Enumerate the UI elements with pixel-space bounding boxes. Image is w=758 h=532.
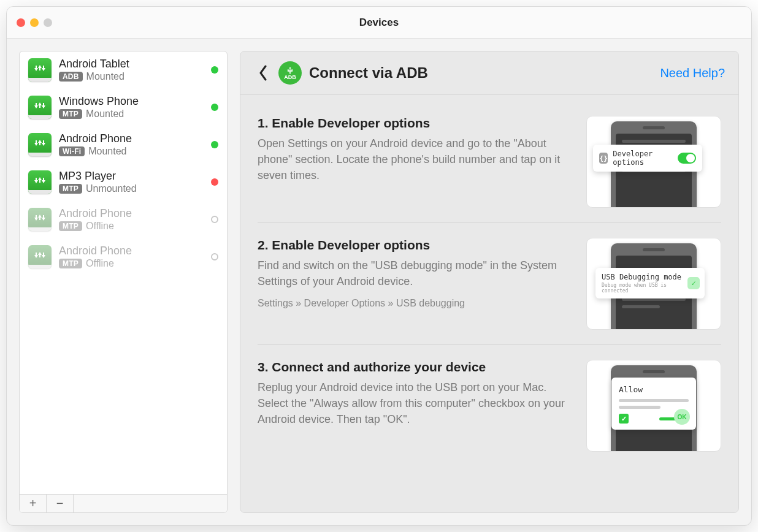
device-arrows-icon bbox=[33, 63, 47, 77]
status-dot bbox=[211, 104, 218, 111]
step-3-illustration: Allow ✓ OK bbox=[586, 360, 721, 452]
step-2: 2. Enable Developer options Find and swi… bbox=[258, 223, 721, 345]
device-sub: MTPOffline bbox=[59, 221, 204, 232]
device-status: Mounted bbox=[88, 146, 126, 157]
device-sub: MTPUnmounted bbox=[59, 183, 204, 194]
step-2-desc: Find and switch on the "USB debugging mo… bbox=[258, 257, 573, 289]
step-3-text: 3. Connect and authorize your device Rep… bbox=[258, 360, 573, 452]
developer-options-popup: {} Developer options bbox=[593, 145, 702, 172]
device-arrows-icon bbox=[33, 175, 47, 189]
usb-debugging-label: USB Debugging mode bbox=[602, 273, 681, 281]
device-name: Android Tablet bbox=[59, 58, 204, 70]
window-body: Android TabletADBMountedWindows PhoneMTP… bbox=[7, 39, 751, 525]
protocol-badge: MTP bbox=[59, 109, 82, 119]
device-status: Offline bbox=[86, 221, 114, 232]
device-text: Windows PhoneMTPMounted bbox=[59, 95, 204, 120]
minimize-window-button[interactable] bbox=[30, 18, 39, 27]
device-item[interactable]: MP3 PlayerMTPUnmounted bbox=[20, 164, 227, 201]
sidebar-footer-spacer bbox=[74, 495, 227, 512]
step-2-title: 2. Enable Developer options bbox=[258, 238, 573, 253]
checkbox-checked-icon: ✓ bbox=[619, 414, 629, 424]
device-sub: MTPOffline bbox=[59, 258, 204, 269]
phone-speaker bbox=[643, 248, 665, 251]
remove-device-button[interactable]: − bbox=[47, 495, 74, 512]
developer-options-label: Developer options bbox=[613, 150, 673, 167]
adb-icon: ADB bbox=[278, 61, 302, 85]
add-device-button[interactable]: + bbox=[20, 495, 47, 512]
device-sub: ADBMounted bbox=[59, 71, 204, 82]
main-header: ADB Connect via ADB Need Help? bbox=[240, 51, 738, 95]
status-dot bbox=[211, 216, 218, 223]
check-icon: ✓ bbox=[687, 277, 700, 289]
toggle-on-icon bbox=[678, 153, 696, 164]
device-name: Windows Phone bbox=[59, 95, 204, 108]
status-dot bbox=[211, 253, 218, 260]
step-1-desc: Open Settings on your Android device and… bbox=[258, 135, 573, 183]
usb-icon bbox=[286, 66, 294, 75]
device-item[interactable]: Android PhoneMTPOffline bbox=[20, 238, 227, 276]
protocol-badge: MTP bbox=[59, 221, 82, 231]
need-help-link[interactable]: Need Help? bbox=[660, 66, 725, 80]
main-panel: ADB Connect via ADB Need Help? 1. Enable… bbox=[240, 51, 739, 513]
device-icon bbox=[28, 170, 52, 194]
step-3-desc: Replug your Android device into the USB … bbox=[258, 379, 573, 427]
device-sub: MTPMounted bbox=[59, 108, 204, 120]
device-list: Android TabletADBMountedWindows PhoneMTP… bbox=[20, 51, 227, 494]
device-icon bbox=[28, 208, 52, 231]
step-3-title: 3. Connect and authorize your device bbox=[258, 360, 573, 374]
back-button[interactable] bbox=[254, 64, 272, 82]
status-dot bbox=[211, 141, 218, 148]
traffic-lights bbox=[17, 18, 52, 27]
device-status: Mounted bbox=[86, 108, 124, 120]
phone-speaker bbox=[643, 370, 665, 373]
adb-icon-label: ADB bbox=[284, 74, 296, 80]
device-name: Android Phone bbox=[59, 207, 204, 220]
device-arrows-icon bbox=[33, 100, 47, 115]
ok-button-icon: OK bbox=[674, 409, 690, 425]
device-text: Android PhoneMTPOffline bbox=[59, 207, 204, 232]
device-text: Android TabletADBMounted bbox=[59, 58, 204, 82]
device-text: MP3 PlayerMTPUnmounted bbox=[59, 170, 204, 194]
protocol-badge: MTP bbox=[59, 259, 82, 268]
protocol-badge: Wi-Fi bbox=[59, 146, 85, 156]
device-name: MP3 Player bbox=[59, 170, 204, 183]
device-icon bbox=[28, 58, 52, 82]
protocol-badge: ADB bbox=[59, 72, 83, 82]
status-dot bbox=[211, 66, 218, 74]
device-text: Android PhoneMTPOffline bbox=[59, 245, 204, 269]
usb-debugging-sub: Debug mode when USB is connected bbox=[602, 283, 685, 294]
steps-container: 1. Enable Developer options Open Setting… bbox=[240, 95, 738, 512]
device-name: Android Phone bbox=[59, 132, 204, 145]
device-arrows-icon bbox=[33, 249, 47, 264]
device-status: Offline bbox=[86, 258, 114, 269]
device-icon bbox=[28, 96, 52, 119]
status-dot bbox=[211, 178, 218, 186]
main-title: Connect via ADB bbox=[309, 64, 660, 82]
device-item[interactable]: Android TabletADBMounted bbox=[20, 51, 227, 89]
device-icon bbox=[28, 133, 52, 156]
close-window-button[interactable] bbox=[17, 18, 25, 27]
sidebar-footer: + − bbox=[20, 494, 227, 512]
usb-debugging-popup: USB Debugging mode Debug mode when USB i… bbox=[595, 268, 705, 298]
allow-dialog: Allow ✓ OK bbox=[611, 378, 696, 430]
fullscreen-window-button[interactable] bbox=[44, 18, 52, 27]
step-2-path: Settings » Developer Options » USB debug… bbox=[258, 298, 573, 309]
device-name: Android Phone bbox=[59, 245, 204, 257]
step-1-title: 1. Enable Developer options bbox=[258, 116, 573, 131]
device-item[interactable]: Android PhoneWi-FiMounted bbox=[20, 126, 227, 164]
device-icon bbox=[28, 245, 52, 268]
device-sub: Wi-FiMounted bbox=[59, 146, 204, 157]
chevron-left-icon bbox=[258, 65, 268, 81]
step-2-text: 2. Enable Developer options Find and swi… bbox=[258, 238, 573, 330]
step-3: 3. Connect and authorize your device Rep… bbox=[258, 345, 721, 466]
step-1-text: 1. Enable Developer options Open Setting… bbox=[258, 116, 573, 208]
allow-dialog-title: Allow bbox=[619, 385, 689, 394]
step-1-illustration: {} Developer options bbox=[586, 116, 721, 208]
protocol-badge: MTP bbox=[59, 184, 82, 194]
device-text: Android PhoneWi-FiMounted bbox=[59, 132, 204, 157]
device-item[interactable]: Windows PhoneMTPMounted bbox=[20, 89, 227, 126]
device-item[interactable]: Android PhoneMTPOffline bbox=[20, 201, 227, 238]
device-arrows-icon bbox=[33, 212, 47, 227]
device-arrows-icon bbox=[33, 137, 47, 152]
device-status: Mounted bbox=[86, 71, 124, 82]
